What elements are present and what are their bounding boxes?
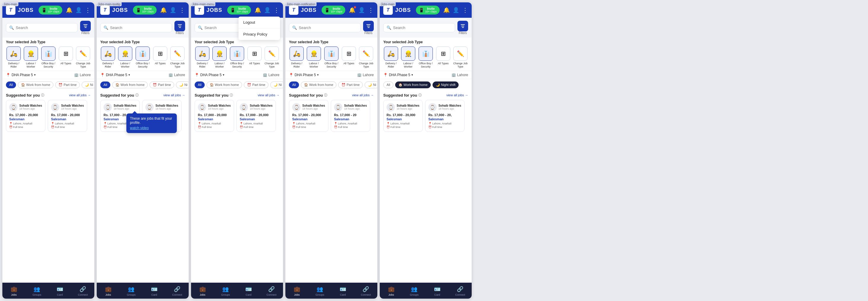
bell-icon[interactable]: 🔔 xyxy=(349,7,355,13)
job-card-1[interactable]: ⌚ Sohaib Watches 18 hours ago Rs. 17,000… xyxy=(48,100,87,132)
filter-button[interactable] xyxy=(80,21,91,31)
filter-tag-0[interactable]: All xyxy=(6,81,16,88)
nav-item-card[interactable]: 🪪Card xyxy=(49,283,71,299)
nav-item-connect[interactable]: 🔗Connect xyxy=(166,283,189,299)
tooltip-watch-video-link[interactable]: watch video xyxy=(130,126,173,130)
menu-item-logout[interactable]: Logout xyxy=(239,16,280,28)
location-area[interactable]: 📍 DHA Phase 5 ▾ xyxy=(195,73,224,77)
nav-item-groups[interactable]: 👥Groups xyxy=(214,283,237,299)
filter-tag-1[interactable]: 🏠 Work from home xyxy=(112,81,148,88)
nav-item-groups[interactable]: 👥Groups xyxy=(309,283,332,299)
bell-icon[interactable]: 🔔 xyxy=(443,7,450,13)
search-input[interactable] xyxy=(393,26,452,30)
nav-item-jobs[interactable]: 💼Jobs xyxy=(285,283,309,299)
filter-button[interactable] xyxy=(175,21,185,31)
job-type-item-4[interactable]: ✏️Change Job Type xyxy=(75,46,91,68)
job-card-0[interactable]: ⌚ Sohaib Watches 18 hours ago Rs. 17,000… xyxy=(383,100,423,132)
bell-icon[interactable]: 🔔 xyxy=(254,7,261,13)
menu-dots-icon[interactable]: ⋮ xyxy=(179,6,185,13)
nav-item-jobs[interactable]: 💼Jobs xyxy=(380,283,403,299)
search-input[interactable] xyxy=(16,26,74,30)
view-all-jobs-link[interactable]: view all jobs → xyxy=(163,93,185,97)
job-card-0[interactable]: ⌚ Sohaib Watches 18 hours ago Rs. 17,000… xyxy=(289,100,329,132)
bell-icon[interactable]: 🔔 xyxy=(66,7,72,13)
job-type-item-1[interactable]: 👷Labour / Worker xyxy=(306,46,321,68)
filter-tag-1[interactable]: 🏠 Work from home xyxy=(18,81,53,88)
job-type-item-3[interactable]: ⊞All Types xyxy=(153,46,168,68)
view-all-jobs-link[interactable]: view all jobs → xyxy=(352,93,374,97)
job-type-item-1[interactable]: 👷Labour / Worker xyxy=(23,46,38,68)
job-type-item-1[interactable]: 👷Labour / Worker xyxy=(118,46,133,68)
job-type-item-1[interactable]: 👷Labour / Worker xyxy=(401,46,416,68)
job-type-item-3[interactable]: ⊞All Types xyxy=(435,46,451,68)
filter-tag-3[interactable]: 🌙 Ni xyxy=(82,81,94,88)
nav-item-card[interactable]: 🪪Card xyxy=(426,283,449,299)
nav-item-card[interactable]: 🪪Card xyxy=(331,283,354,299)
view-all-jobs-link[interactable]: view all jobs → xyxy=(69,93,91,97)
invite-button[interactable]: 📱Invite10+ claps xyxy=(38,6,62,15)
filter-tag-0[interactable]: All xyxy=(383,81,393,88)
menu-item-privacy-policy[interactable]: Privacy Policy xyxy=(239,28,280,40)
job-type-item-3[interactable]: ⊞All Types xyxy=(58,46,73,68)
filter-tag-2[interactable]: 🌙 Night shift xyxy=(433,81,459,88)
nav-item-groups[interactable]: 👥Groups xyxy=(403,283,426,299)
job-type-item-0[interactable]: 🛵Delivery / Rider xyxy=(100,46,116,68)
job-type-item-0[interactable]: 🛵Delivery / Rider xyxy=(289,46,304,68)
nav-item-connect[interactable]: 🔗Connect xyxy=(260,283,283,299)
bell-icon[interactable]: 🔔 xyxy=(160,7,167,13)
filter-tag-0[interactable]: All xyxy=(100,81,111,88)
filter-tag-1[interactable]: 🏠 Work from home xyxy=(301,81,336,88)
profile-icon[interactable]: 👤 xyxy=(264,7,271,13)
job-type-item-1[interactable]: 👷Labour / Worker xyxy=(212,46,227,68)
profile-icon[interactable]: 👤 xyxy=(453,7,459,13)
filter-tag-1[interactable]: 🏠 Work from home xyxy=(395,81,431,88)
job-type-item-0[interactable]: 🛵Delivery / Rider xyxy=(6,46,21,68)
invite-button[interactable]: 📱Invite10+ claps xyxy=(227,6,251,15)
menu-dots-icon[interactable]: ⋮ xyxy=(462,6,468,13)
nav-item-connect[interactable]: 🔗Connect xyxy=(71,283,95,299)
filter-tag-3[interactable]: 🌙 Ni xyxy=(365,81,377,88)
filter-tag-3[interactable]: 🌙 Ni xyxy=(270,81,283,88)
invite-button[interactable]: 📱Invite10+ claps xyxy=(321,6,345,15)
job-type-item-2[interactable]: 👔Office Boy / Security xyxy=(40,46,56,68)
profile-icon[interactable]: 👤 xyxy=(170,7,176,13)
nav-item-jobs[interactable]: 💼Jobs xyxy=(97,283,120,299)
job-card-0[interactable]: ⌚ Sohaib Watches 18 hours ago Rs. 17,000… xyxy=(195,100,234,132)
job-type-item-4[interactable]: ✏️Change Job Type xyxy=(359,46,374,68)
job-type-item-3[interactable]: ⊞All Types xyxy=(247,46,262,68)
filter-tag-2[interactable]: ⏰ Part time xyxy=(244,81,269,88)
nav-item-connect[interactable]: 🔗Connect xyxy=(449,283,472,299)
invite-button[interactable]: 📱Invite10+ claps xyxy=(133,6,157,15)
filter-button[interactable] xyxy=(458,21,468,31)
job-type-item-2[interactable]: 👔Office Boy / Security xyxy=(135,46,151,68)
filter-tag-2[interactable]: ⏰ Part time xyxy=(338,81,363,88)
profile-icon[interactable]: 👤 xyxy=(75,7,82,13)
filter-tag-0[interactable]: All xyxy=(195,81,205,88)
job-type-item-2[interactable]: 👔Office Boy / Security xyxy=(323,46,339,68)
job-card-1[interactable]: ⌚ Sohaib Watches 18 hours ago Rs. 17,000… xyxy=(425,100,465,132)
filter-tag-0[interactable]: All xyxy=(289,81,299,88)
filter-tag-3[interactable]: 🌙 Ni xyxy=(176,81,189,88)
menu-dots-icon[interactable]: ⋮ xyxy=(368,6,374,13)
search-input[interactable] xyxy=(110,26,169,30)
job-type-item-2[interactable]: 👔Office Boy / Security xyxy=(418,46,434,68)
nav-item-card[interactable]: 🪪Card xyxy=(237,283,260,299)
job-card-1[interactable]: ⌚ Sohaib Watches 18 hours ago Rs. 17,000… xyxy=(331,100,370,132)
location-area[interactable]: 📍 DHA Phase 5 ▾ xyxy=(383,73,413,77)
nav-item-jobs[interactable]: 💼Jobs xyxy=(2,283,26,299)
job-type-item-0[interactable]: 🛵Delivery / Rider xyxy=(195,46,210,68)
filter-button[interactable] xyxy=(363,21,374,31)
profile-icon[interactable]: 👤 xyxy=(359,7,365,13)
job-type-item-4[interactable]: ✏️Change Job Type xyxy=(170,46,185,68)
location-area[interactable]: 📍 DHA Phase 5 ▾ xyxy=(100,73,130,77)
nav-item-groups[interactable]: 👥Groups xyxy=(120,283,143,299)
job-type-item-0[interactable]: 🛵Delivery / Rider xyxy=(383,46,399,68)
view-all-jobs-link[interactable]: view all jobs → xyxy=(446,93,468,97)
nav-item-groups[interactable]: 👥Groups xyxy=(26,283,49,299)
invite-button[interactable]: 📱Invite10+ claps xyxy=(416,6,440,15)
nav-item-card[interactable]: 🪪Card xyxy=(143,283,166,299)
search-input[interactable] xyxy=(299,26,358,30)
view-all-jobs-link[interactable]: view all jobs → xyxy=(258,93,279,97)
location-area[interactable]: 📍 DHA Phase 5 ▾ xyxy=(289,73,319,77)
filter-tag-1[interactable]: 🏠 Work from home xyxy=(207,81,242,88)
